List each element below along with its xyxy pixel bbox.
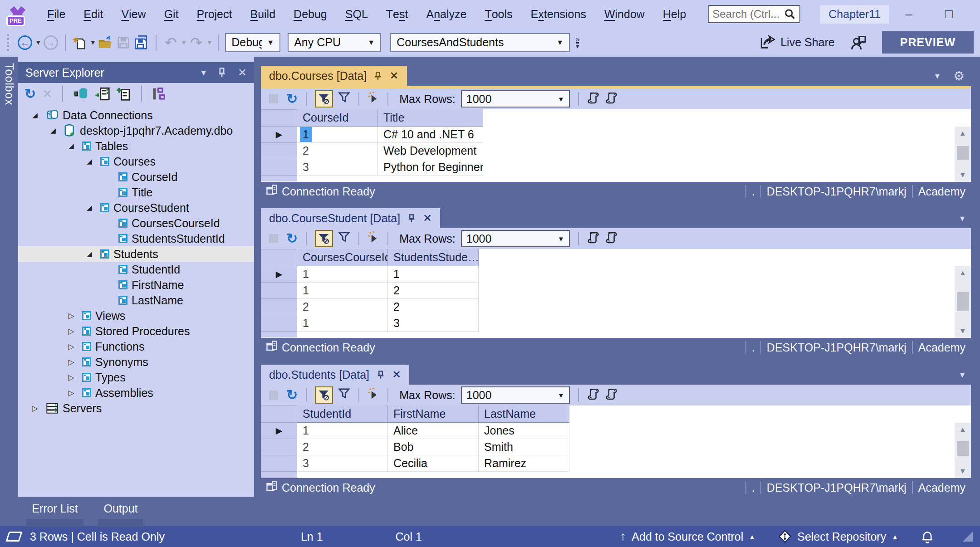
navigate-forward-button[interactable]: → [43,33,59,53]
menu-analyze[interactable]: Analyze [417,0,475,28]
menu-sql[interactable]: SQL [336,0,377,28]
row-selector[interactable] [261,455,297,472]
save-all-button[interactable] [134,33,149,53]
undo-button[interactable]: ↶ [163,33,178,53]
grid-cell[interactable]: 2 [388,299,479,315]
expander-collapsed-icon[interactable]: ▷ [64,342,78,352]
tab-output[interactable]: Output [98,502,143,527]
grid-cell[interactable]: 1 [388,266,479,283]
menu-file[interactable]: File [38,0,74,28]
new-file-dropdown[interactable]: ▾ [91,38,95,47]
close-icon[interactable]: ✕ [389,69,398,82]
tab-list-chevron-icon[interactable]: ▾ [935,70,940,81]
tab-dbo-coursestudent-data-[interactable]: dbo.CourseStudent [Data]✕ [261,208,440,228]
expander-expanded-icon[interactable]: ◢ [83,204,96,212]
row-selector[interactable] [261,159,297,176]
stop-refresh-icon[interactable]: ✕ [42,87,52,101]
scrollbar-thumb[interactable] [957,292,969,312]
filter-icon[interactable] [338,388,350,402]
search-input[interactable] [712,8,784,20]
toolbar-overflow-button[interactable]: »▾ [575,36,579,49]
tree-item-title[interactable]: Title [18,185,254,200]
grid-cell[interactable]: Jones [479,423,569,439]
vertical-scrollbar[interactable]: ▲▼ [955,266,971,338]
tree-item-tables[interactable]: ◢Tables [18,138,254,154]
add-to-source-control-button[interactable]: ↑ Add to Source Control ▲ [620,529,755,544]
tree-item-courseid[interactable]: CourseId [18,169,254,185]
grid-cell[interactable]: 1 [297,283,388,299]
expander-expanded-icon[interactable]: ◢ [46,127,60,135]
scrollbar-thumb[interactable] [957,441,969,456]
tree-item-coursestudent[interactable]: ◢CourseStudent [18,200,254,215]
row-selector[interactable] [261,439,297,455]
script-results-icon[interactable] [605,231,618,246]
menu-window[interactable]: Window [595,0,654,28]
grid-cell[interactable]: Bob [388,439,479,455]
row-selector-header[interactable] [261,405,297,423]
tree-item-coursescourseid[interactable]: CoursesCourseId [18,215,254,231]
grid-cell[interactable]: 2 [388,283,479,299]
scroll-down-icon[interactable]: ▼ [959,171,966,179]
maximize-button[interactable]: □ [929,0,969,28]
tab-dbo-courses-data-[interactable]: dbo.Courses [Data]✕ [261,66,407,86]
tab-list-chevron-icon[interactable]: ▾ [960,213,965,224]
run-query-icon[interactable] [368,91,379,107]
column-header-firstname[interactable]: FirstName [388,405,479,423]
row-selector[interactable] [261,332,297,337]
row-selector[interactable] [261,299,297,315]
close-icon[interactable]: ✕ [423,212,432,225]
stop-icon[interactable] [269,234,278,243]
expander-collapsed-icon[interactable]: ▷ [64,357,78,367]
pin-icon[interactable] [218,68,226,78]
menu-edit[interactable]: Edit [74,0,112,28]
grid-cell[interactable]: 1 [297,315,388,332]
live-share-button[interactable]: Live Share [760,35,835,50]
new-file-button[interactable] [72,33,88,53]
script-icon[interactable] [587,387,600,403]
row-selector[interactable] [261,315,297,332]
tab-error-list[interactable]: Error List [26,502,83,527]
grid-cell[interactable]: 1 [297,127,378,143]
tree-item-studentid[interactable]: StudentId [18,262,254,277]
pin-icon[interactable] [374,71,382,80]
solution-platform-dropdown[interactable]: Any CPU▼ [288,33,381,52]
script-icon[interactable] [587,231,600,246]
menu-extensions[interactable]: Extensions [522,0,595,28]
grid-cell[interactable]: 2 [297,299,388,315]
vertical-scrollbar[interactable]: ▲▼ [955,127,971,182]
script-icon[interactable] [587,91,600,107]
column-header-studentid[interactable]: StudentId [297,405,388,423]
grid-cell[interactable]: 3 [297,159,378,176]
grid-cell[interactable]: 2 [297,143,378,159]
solution-configuration-dropdown[interactable]: Debug▼ [225,33,280,52]
grid-cell[interactable]: 3 [388,315,479,332]
column-header-courseid[interactable]: CourseId [297,109,378,127]
expander-expanded-icon[interactable]: ◢ [83,250,96,258]
expander-collapsed-icon[interactable]: ▷ [64,327,78,336]
redo-button[interactable]: ↷ [189,33,204,53]
expander-expanded-icon[interactable]: ◢ [64,142,78,150]
window-resize-grip[interactable] [963,532,973,542]
pin-icon[interactable] [407,214,416,223]
remove-filter-icon[interactable] [315,230,333,247]
expander-expanded-icon[interactable]: ◢ [28,111,42,119]
redo-dropdown[interactable]: ▾ [208,38,212,47]
max-rows-dropdown[interactable]: 1000▼ [461,230,570,247]
scroll-down-icon[interactable]: ▼ [959,327,966,335]
menu-view[interactable]: View [112,0,155,28]
stop-icon[interactable] [269,391,278,400]
tab-dbo-students-data-[interactable]: dbo.Students [Data]✕ [261,365,409,385]
column-header-lastname[interactable]: LastName [479,405,569,423]
column-header-title[interactable]: Title [378,109,483,127]
expander-collapsed-icon[interactable]: ▷ [64,311,78,321]
preview-button[interactable]: PREVIEW [882,31,974,54]
toolbar-grip[interactable] [6,34,11,52]
close-button[interactable]: ✕ [969,0,980,28]
scrollbar-thumb[interactable] [957,146,969,160]
tree-item-views[interactable]: ▷Views [18,308,254,323]
tree-item-firstname[interactable]: FirstName [18,277,254,293]
tree-item-desktop-j1pqhr7-academy-dbo[interactable]: ◢desktop-j1pqhr7.Academy.dbo [18,123,254,138]
gear-icon[interactable]: ⚙ [953,68,965,83]
menu-test[interactable]: Test [377,0,417,28]
menu-build[interactable]: Build [241,0,284,28]
